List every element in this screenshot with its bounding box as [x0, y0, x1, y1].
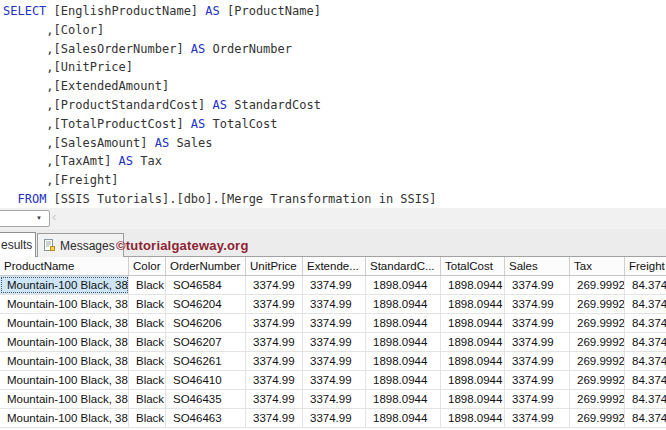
grid-cell[interactable]: Black: [129, 276, 166, 294]
grid-cell[interactable]: 269.9992: [570, 352, 625, 370]
tab-results[interactable]: esults: [0, 232, 36, 257]
grid-cell[interactable]: 3374.99: [246, 314, 303, 332]
grid-cell[interactable]: 1898.0944: [366, 371, 441, 389]
grid-cell[interactable]: 1898.0944: [441, 409, 505, 427]
grid-cell[interactable]: 3374.99: [246, 390, 303, 408]
grid-cell[interactable]: 3374.99: [246, 276, 303, 294]
grid-cell[interactable]: 269.9992: [570, 276, 625, 294]
grid-cell[interactable]: 3374.99: [505, 371, 570, 389]
grid-cell[interactable]: Black: [129, 371, 166, 389]
sql-editor[interactable]: SELECT [EnglishProductName] AS [ProductN…: [0, 0, 666, 208]
grid-cell[interactable]: 3374.99: [303, 352, 366, 370]
grid-cell[interactable]: SO46463: [166, 409, 246, 427]
grid-cell[interactable]: 3374.99: [505, 333, 570, 351]
grid-cell[interactable]: 1898.0944: [441, 314, 505, 332]
grid-cell[interactable]: Black: [129, 333, 166, 351]
grid-cell[interactable]: 1898.0944: [366, 276, 441, 294]
grid-cell[interactable]: 3374.99: [303, 390, 366, 408]
column-header[interactable]: Freight: [625, 257, 666, 275]
grid-cell[interactable]: SO46204: [166, 295, 246, 313]
grid-cell[interactable]: Mountain-100 Black, 38: [0, 352, 129, 370]
grid-cell[interactable]: 1898.0944: [366, 409, 441, 427]
grid-cell[interactable]: 84.374: [625, 371, 666, 389]
grid-cell[interactable]: 1898.0944: [441, 276, 505, 294]
grid-cell[interactable]: 3374.99: [246, 352, 303, 370]
column-header[interactable]: StandardC...: [366, 257, 441, 275]
scroll-left-arrow[interactable]: ‹: [52, 209, 56, 224]
sql-line: ,[UnitPrice]: [3, 58, 666, 77]
grid-cell[interactable]: 269.9992: [570, 390, 625, 408]
grid-cell[interactable]: 84.374: [625, 390, 666, 408]
grid-cell[interactable]: 3374.99: [246, 409, 303, 427]
grid-cell[interactable]: 3374.99: [505, 276, 570, 294]
grid-cell[interactable]: 269.9992: [570, 295, 625, 313]
grid-cell[interactable]: Mountain-100 Black, 38: [0, 371, 129, 389]
column-header[interactable]: TotalCost: [441, 257, 505, 275]
grid-cell[interactable]: Black: [129, 314, 166, 332]
grid-cell[interactable]: 3374.99: [246, 371, 303, 389]
grid-cell[interactable]: 84.374: [625, 409, 666, 427]
grid-cell[interactable]: Black: [129, 390, 166, 408]
grid-cell[interactable]: 3374.99: [303, 295, 366, 313]
grid-cell[interactable]: 1898.0944: [366, 295, 441, 313]
grid-cell[interactable]: 1898.0944: [441, 390, 505, 408]
grid-cell[interactable]: 269.9992: [570, 333, 625, 351]
grid-cell[interactable]: 3374.99: [303, 409, 366, 427]
grid-cell[interactable]: 269.9992: [570, 314, 625, 332]
grid-cell[interactable]: SO46206: [166, 314, 246, 332]
grid-cell[interactable]: 84.374: [625, 276, 666, 294]
grid-cell[interactable]: 3374.99: [505, 295, 570, 313]
grid-cell[interactable]: Mountain-100 Black, 38: [0, 409, 129, 427]
grid-cell-selected[interactable]: Mountain-100 Black, 38: [0, 276, 129, 294]
grid-cell[interactable]: 3374.99: [505, 352, 570, 370]
sql-line: SELECT [EnglishProductName] AS [ProductN…: [3, 2, 666, 21]
grid-cell[interactable]: 1898.0944: [441, 295, 505, 313]
grid-cell[interactable]: 3374.99: [303, 314, 366, 332]
grid-cell[interactable]: Black: [129, 409, 166, 427]
grid-cell[interactable]: Mountain-100 Black, 38: [0, 314, 129, 332]
grid-cell[interactable]: 84.374: [625, 314, 666, 332]
grid-cell[interactable]: 3374.99: [246, 295, 303, 313]
grid-cell[interactable]: 1898.0944: [441, 333, 505, 351]
column-header[interactable]: Color: [129, 257, 166, 275]
grid-cell[interactable]: 84.374: [625, 333, 666, 351]
grid-cell[interactable]: 3374.99: [505, 390, 570, 408]
sql-keyword: AS: [213, 98, 227, 112]
column-header[interactable]: UnitPrice: [246, 257, 303, 275]
table-row: Mountain-100 Black, 38BlackSO464103374.9…: [0, 371, 666, 390]
grid-cell[interactable]: 1898.0944: [366, 352, 441, 370]
grid-cell[interactable]: 269.9992: [570, 371, 625, 389]
grid-cell[interactable]: Black: [129, 295, 166, 313]
grid-cell[interactable]: 3374.99: [303, 371, 366, 389]
column-header[interactable]: Extende...: [303, 257, 366, 275]
grid-cell[interactable]: Mountain-100 Black, 38: [0, 390, 129, 408]
grid-cell[interactable]: 1898.0944: [366, 333, 441, 351]
grid-cell[interactable]: Black: [129, 352, 166, 370]
zoom-dropdown[interactable]: ▼: [0, 210, 50, 227]
chevron-down-icon: ▼: [36, 214, 42, 222]
grid-cell[interactable]: 1898.0944: [441, 371, 505, 389]
grid-cell[interactable]: 3374.99: [505, 409, 570, 427]
grid-cell[interactable]: 84.374: [625, 295, 666, 313]
grid-cell[interactable]: Mountain-100 Black, 38: [0, 295, 129, 313]
column-header[interactable]: Sales: [505, 257, 570, 275]
tab-messages[interactable]: Messages: [37, 233, 124, 257]
grid-cell[interactable]: SO46435: [166, 390, 246, 408]
grid-cell[interactable]: SO46207: [166, 333, 246, 351]
grid-cell[interactable]: SO46410: [166, 371, 246, 389]
column-header[interactable]: OrderNumber: [166, 257, 246, 275]
grid-cell[interactable]: 3374.99: [505, 314, 570, 332]
grid-cell[interactable]: 1898.0944: [441, 352, 505, 370]
column-header[interactable]: ProductName: [0, 257, 129, 275]
grid-cell[interactable]: 3374.99: [246, 333, 303, 351]
grid-cell[interactable]: SO46261: [166, 352, 246, 370]
grid-cell[interactable]: 1898.0944: [366, 314, 441, 332]
grid-cell[interactable]: 3374.99: [303, 333, 366, 351]
grid-cell[interactable]: Mountain-100 Black, 38: [0, 333, 129, 351]
grid-cell[interactable]: 1898.0944: [366, 390, 441, 408]
column-header[interactable]: Tax: [570, 257, 625, 275]
grid-cell[interactable]: 84.374: [625, 352, 666, 370]
grid-cell[interactable]: SO46584: [166, 276, 246, 294]
grid-cell[interactable]: 3374.99: [303, 276, 366, 294]
grid-cell[interactable]: 269.9992: [570, 409, 625, 427]
